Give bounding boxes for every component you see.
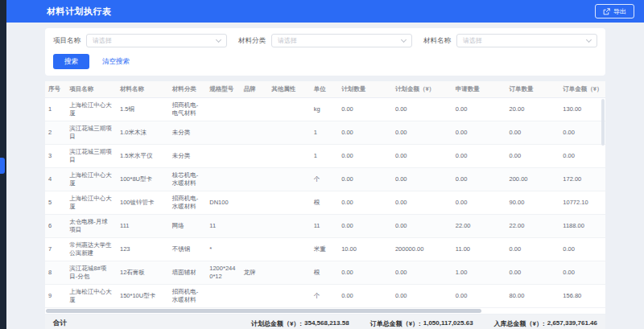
table-row[interactable]: 2滨江花城三期项目1.0米木沫未分类10.000.000.000.000.00: [45, 121, 605, 145]
sidebar-expand-handle[interactable]: [0, 158, 5, 174]
table-cell: 11: [206, 215, 240, 238]
table-cell: 8: [45, 261, 66, 285]
table-cell: 123: [117, 238, 169, 261]
summary-inbound-total-value: 2,657,339,761.46: [547, 319, 597, 328]
table-cell: 12石膏板: [117, 261, 169, 285]
table-cell: 上海松江中心大厦: [66, 191, 117, 215]
table-cell: [268, 261, 311, 285]
column-header-order-qty: 订单数量: [506, 81, 560, 98]
table-cell: [241, 168, 268, 191]
table-cell: 上海松江中心大厦: [66, 98, 117, 121]
table-cell: 太仓电梯-月球项目: [66, 215, 117, 238]
filter-group-material-name: 材料名称 请选择: [423, 34, 597, 47]
table-cell: [268, 98, 311, 121]
table-cell: 0.00: [338, 98, 392, 121]
materials-table: 序号 项目名称 材料名称 材料分类 规格型号 品牌 其他属性 单位 计划数量 计…: [45, 81, 605, 308]
table-cell: 0.00: [452, 145, 506, 168]
summary-planned-total: 计划总金额（¥）: 354,568,213.58: [251, 319, 349, 328]
table-row[interactable]: 1上海松江中心大厦1.5铜招商机电-电气材料kg0.000.000.0020.0…: [45, 98, 605, 121]
summary-planned-total-label: 计划总金额（¥）:: [251, 319, 302, 328]
table-header: 序号 项目名称 材料名称 材料分类 规格型号 品牌 其他属性 单位 计划数量 计…: [45, 81, 605, 98]
table-row[interactable]: 4上海松江中心大厦100*8U型卡核芯机电-水暖材料个0.000.000.002…: [45, 168, 605, 191]
vertical-scrollbar[interactable]: [601, 99, 605, 146]
summary-order-total-value: 1,050,117,025.63: [423, 319, 473, 328]
clear-search-button[interactable]: 清空搜索: [102, 57, 130, 67]
table-cell: [206, 285, 240, 308]
summary-order-total-label: 订单总金额（¥）:: [370, 319, 421, 328]
filter-actions: 搜索 清空搜索: [53, 54, 597, 69]
summary-total-label: 合计: [53, 319, 67, 328]
table-cell: 0.00: [506, 261, 560, 285]
table-cell: 0.00: [392, 98, 452, 121]
page: 材料计划执行表 导出 项目名称 请选择: [0, 0, 644, 329]
table-cell: 未分类: [169, 121, 207, 145]
table-cell: 1.5米水平仪: [117, 145, 169, 168]
table-cell: 0.00: [338, 261, 392, 285]
table-cell: 150*10U型卡: [117, 285, 169, 308]
column-header-index: 序号: [45, 81, 66, 98]
table-cell: 0.00: [338, 285, 392, 308]
table-cell: [241, 215, 268, 238]
table-cell: 156.80: [559, 285, 605, 308]
table-row[interactable]: 9上海松江中心大厦150*10U型卡招商机电-水暖材料个0.000.000.00…: [45, 285, 605, 308]
material-name-placeholder: 请选择: [463, 36, 587, 45]
material-category-select[interactable]: 请选择: [271, 34, 412, 47]
table-row[interactable]: 3滨江花城三期项目1.5米水平仪未分类10.000.000.000.000.00: [45, 145, 605, 168]
table-cell: 米重: [311, 238, 338, 261]
export-button[interactable]: 导出: [595, 4, 634, 19]
table-cell: 招商机电-电气材料: [169, 98, 207, 121]
filter-row: 项目名称 请选择 材料分类 请选择 材料名称: [53, 34, 597, 47]
table-cell: 0.00: [392, 191, 452, 215]
table-cell: 0.00: [452, 191, 506, 215]
column-header-brand: 品牌: [241, 81, 268, 98]
table-cell: [206, 145, 240, 168]
table-cell: 0.00: [452, 168, 506, 191]
filter-label-material-category: 材料分类: [238, 36, 266, 46]
table-cell: 0.00: [452, 285, 506, 308]
table-row[interactable]: 8滨江花城8#项目-分包12石膏板墙面辅材1200*2440*12龙牌根0.00…: [45, 261, 605, 285]
table-cell: [268, 215, 311, 238]
header-row: 序号 项目名称 材料名称 材料分类 规格型号 品牌 其他属性 单位 计划数量 计…: [45, 81, 605, 98]
table-cell: 11: [311, 215, 338, 238]
table-cell: 个: [311, 168, 338, 191]
table-cell: 200000.00: [392, 238, 452, 261]
search-button[interactable]: 搜索: [53, 54, 89, 69]
column-header-applied-qty: 申请数量: [452, 81, 506, 98]
project-name-select[interactable]: 请选择: [86, 34, 227, 47]
table-cell: 1: [45, 98, 66, 121]
table-cell: 根: [311, 191, 338, 215]
table-cell: 3: [45, 145, 66, 168]
table-cell: 0.00: [392, 145, 452, 168]
table-cell: 滨江花城三期项目: [66, 145, 117, 168]
table-cell: 0.00: [392, 215, 452, 238]
material-name-select[interactable]: 请选择: [456, 34, 597, 47]
table-cell: [241, 121, 268, 145]
collapsed-sidebar[interactable]: [0, 0, 6, 329]
table-cell: [241, 285, 268, 308]
table-cell: 130.00: [559, 98, 605, 121]
topbar: 材料计划执行表 导出: [6, 0, 644, 23]
table-cell: [268, 145, 311, 168]
filter-label-project-name: 项目名称: [53, 36, 80, 46]
column-header-material-name: 材料名称: [117, 81, 169, 98]
horizontal-scrollbar-thumb[interactable]: [46, 309, 481, 313]
column-header-other-attrs: 其他属性: [268, 81, 311, 98]
table-cell: 0.00: [452, 98, 506, 121]
content: 项目名称 请选择 材料分类 请选择 材料名称: [6, 23, 644, 329]
summary-planned-total-value: 354,568,213.58: [304, 319, 349, 328]
filter-group-project-name: 项目名称 请选择: [53, 34, 227, 47]
table-cell: 0.00: [392, 121, 452, 145]
table-row[interactable]: 6太仓电梯-月球项目111网络11110.000.0022.0022.00118…: [45, 215, 605, 238]
horizontal-scrollbar-track: [45, 309, 605, 314]
table-row[interactable]: 7常州惠达大学生公寓新建123不锈钢*米重10.00200000.0011.00…: [45, 238, 605, 261]
table-cell: 墙面辅材: [169, 261, 207, 285]
table-cell: [268, 191, 311, 215]
table-cell: 0.00: [559, 145, 605, 168]
table-row[interactable]: 5上海松江中心大厦100镀锌管卡招商机电-水暖材料DN100根0.000.000…: [45, 191, 605, 215]
table-cell: 0.00: [559, 261, 605, 285]
export-icon: [603, 8, 610, 15]
table-cell: DN100: [206, 191, 240, 215]
column-header-unit: 单位: [311, 81, 338, 98]
table-cell: 1.5铜: [117, 98, 169, 121]
table-cell: 0.00: [559, 121, 605, 145]
